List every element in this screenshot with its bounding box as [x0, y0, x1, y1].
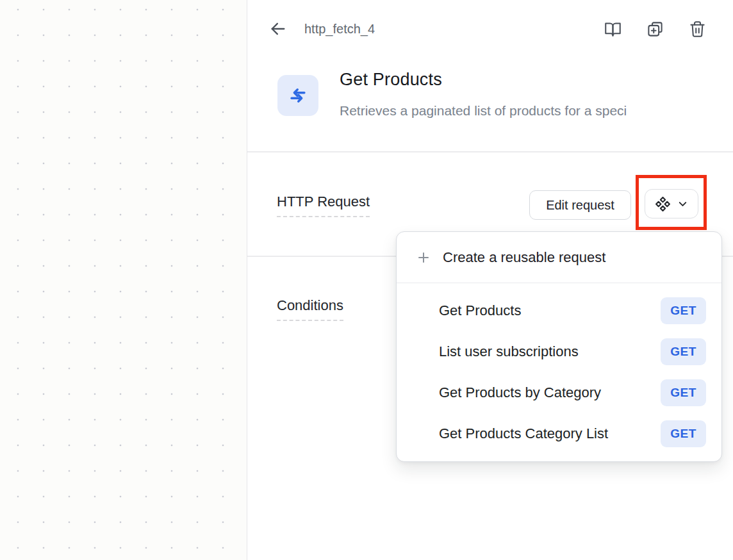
diamonds-component-icon [655, 196, 671, 212]
swap-arrows-icon [287, 85, 309, 106]
edit-request-button[interactable]: Edit request [529, 190, 631, 220]
trash-icon [689, 21, 706, 38]
method-badge: GET [661, 420, 706, 447]
create-reusable-request-label: Create a reusable request [443, 249, 605, 266]
request-library-button[interactable] [645, 189, 698, 218]
book-open-icon [604, 21, 622, 38]
duplicate-button[interactable] [646, 20, 664, 38]
arrow-left-icon [269, 20, 287, 38]
topbar-actions [604, 20, 706, 38]
node-description: Retrieves a paginated list of products f… [340, 103, 627, 119]
conditions-label: Conditions [277, 297, 343, 321]
node-editor-canvas[interactable] [0, 0, 247, 560]
list-item-get-products-by-category[interactable]: Get Products by Category GET [397, 372, 721, 413]
saved-requests-list: Get Products GET List user subscriptions… [397, 283, 721, 461]
panel-topbar: http_fetch_4 [247, 0, 733, 58]
method-badge: GET [661, 379, 706, 406]
request-name: Get Products by Category [439, 384, 601, 401]
plus-icon [416, 250, 431, 265]
method-badge: GET [661, 297, 706, 324]
list-item-get-products-category-list[interactable]: Get Products Category List GET [397, 413, 721, 454]
list-item-get-products[interactable]: Get Products GET [397, 290, 721, 331]
node-detail-panel: http_fetch_4 Get Products Retr [247, 0, 733, 560]
chevron-down-icon [677, 198, 689, 210]
http-request-label: HTTP Request [277, 194, 370, 217]
delete-button[interactable] [688, 20, 706, 38]
header-divider [247, 151, 733, 152]
back-button[interactable] [268, 19, 288, 38]
docs-button[interactable] [604, 20, 622, 38]
request-library-dropdown: Create a reusable request Get Products G… [396, 231, 722, 462]
list-item-list-user-subscriptions[interactable]: List user subscriptions GET [397, 331, 721, 372]
method-badge: GET [661, 338, 706, 365]
node-title: Get Products [340, 70, 442, 90]
duplicate-plus-icon [647, 21, 664, 38]
node-id-label: http_fetch_4 [304, 22, 604, 37]
request-name: Get Products [439, 302, 521, 319]
request-name: List user subscriptions [439, 343, 579, 360]
create-reusable-request-item[interactable]: Create a reusable request [397, 232, 721, 283]
node-type-badge [277, 75, 318, 116]
request-name: Get Products Category List [439, 425, 608, 442]
